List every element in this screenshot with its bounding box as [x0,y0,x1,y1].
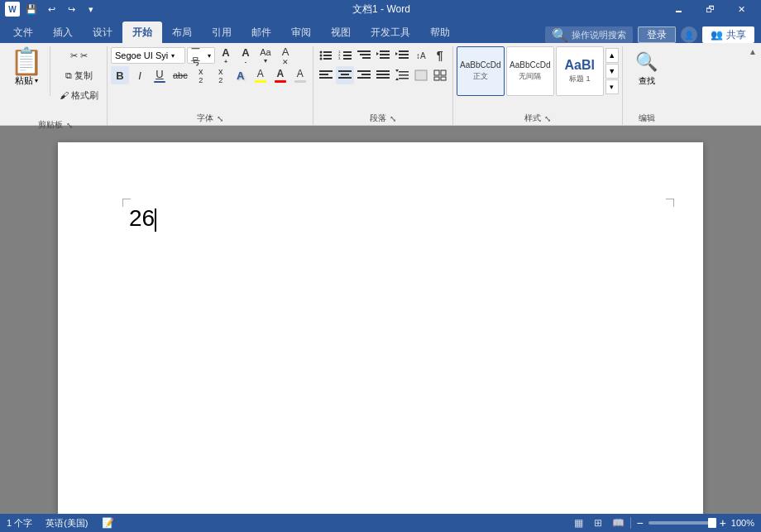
font-size-selector[interactable]: 一号 ▾ [187,47,215,64]
svg-rect-43 [434,77,439,80]
ribbon-collapse-button[interactable]: ▲ [746,45,759,58]
style-no-spacing[interactable]: AaBbCcDd 无间隔 [506,46,554,96]
show-formatting-button[interactable]: ¶ [431,46,449,65]
zoom-in-button[interactable]: + [720,516,726,530]
status-bar: 1 个字 英语(美国) 📝 ▦ ⊞ 📖 − + 100% [0,514,761,532]
tab-file[interactable]: 文件 [3,22,43,43]
svg-marker-38 [395,69,399,72]
view-web-button[interactable]: ⊞ [591,515,605,530]
view-read-button[interactable]: 📖 [610,515,625,530]
search-box[interactable]: 🔍 操作说明搜索 [545,26,633,43]
style-scroll-up[interactable]: ▲ [605,48,619,63]
document-page[interactable]: 26 [58,142,703,514]
style-normal[interactable]: AaBbCcDd 正文 [457,46,505,96]
increase-indent-button[interactable] [393,46,411,65]
svg-rect-3 [323,51,332,53]
align-left-button[interactable] [317,66,335,84]
tab-insert[interactable]: 插入 [43,22,83,43]
format-painter-button[interactable]: 🖌 格式刷 [54,86,103,104]
font-size-value: 一号 [191,43,208,68]
cut-button[interactable]: ✂ ✂ [54,46,103,65]
svg-rect-17 [380,57,390,59]
status-separator [630,517,631,529]
minimize-button[interactable]: 🗕 [663,0,693,18]
bullets-icon [319,50,333,61]
copy-button[interactable]: ⧉ 复制 [54,66,103,84]
decrease-indent-icon [376,50,390,61]
italic-button[interactable]: I [131,66,149,84]
grow-font-button[interactable]: A+ [217,46,235,65]
tab-help[interactable]: 帮助 [420,22,460,43]
tab-layout[interactable]: 布局 [162,22,202,43]
style-no-spacing-preview: AaBbCcDd [510,60,550,69]
style-scroll-down[interactable]: ▼ [605,64,619,79]
shrink-font-button[interactable]: A- [237,46,255,65]
char-shading-button[interactable]: A [291,66,309,84]
tab-home[interactable]: 开始 [122,22,162,43]
change-case-button[interactable]: Aa▾ [256,46,275,65]
align-center-button[interactable] [336,66,354,84]
shading-button[interactable] [412,66,430,84]
numbering-icon: 1. 2. 3. [338,50,352,61]
strikethrough-button[interactable]: abc [170,66,190,84]
document-content[interactable]: 26 [129,205,156,232]
zoom-thumb [708,518,716,528]
multilevel-button[interactable] [355,46,373,65]
clear-formatting-button[interactable]: A✕ [276,46,294,65]
svg-rect-24 [319,74,328,75]
view-print-button[interactable]: ▦ [571,515,586,530]
tab-design[interactable]: 设计 [83,22,122,43]
justify-button[interactable] [374,66,392,84]
para-section: 1. 2. 3. [317,46,449,84]
format-painter-icon: 🖌 [60,90,69,100]
clipboard-expand-icon[interactable]: ⤡ [66,121,73,130]
underline-button[interactable]: U [151,66,169,84]
styles-expand-icon[interactable]: ⤡ [544,114,551,123]
text-effects-button[interactable]: A [232,66,250,84]
undo-qat-button[interactable]: ↩ [43,1,60,17]
borders-button[interactable] [431,66,449,84]
svg-rect-29 [357,70,371,72]
save-qat-button[interactable]: 💾 [23,1,40,17]
paragraph-expand-icon[interactable]: ⤡ [390,114,396,123]
close-button[interactable]: ✕ [726,0,756,18]
track-changes-icon[interactable]: 📝 [102,517,114,529]
tab-references[interactable]: 引用 [202,22,242,43]
document-title: 文档1 - Word [99,2,663,17]
share-button[interactable]: 👥 共享 [702,26,754,43]
customize-qat-button[interactable]: ▾ [83,1,99,17]
find-button[interactable]: 🔍 查找 [626,46,668,92]
subscript-button[interactable]: x2 [192,66,210,84]
restore-button[interactable]: 🗗 [695,0,725,18]
zoom-out-button[interactable]: − [636,516,643,530]
superscript-button[interactable]: x2 [212,66,230,84]
decrease-indent-button[interactable] [374,46,392,65]
font-name-selector[interactable]: Segoe UI Syi ▾ [111,47,185,64]
numbering-button[interactable]: 1. 2. 3. [336,46,354,65]
font-color-button[interactable]: A [271,66,290,84]
font-name-arrow: ▾ [171,52,175,60]
tab-review[interactable]: 审阅 [281,22,321,43]
line-spacing-button[interactable] [393,66,411,84]
redo-qat-button[interactable]: ↪ [63,1,79,17]
tab-mailings[interactable]: 邮件 [242,22,281,43]
svg-rect-31 [357,77,371,79]
text-highlight-button[interactable]: A [251,66,270,84]
account-icon[interactable]: 👤 [681,26,697,43]
sort-button[interactable]: ↕A [412,46,430,65]
zoom-slider[interactable] [649,521,715,525]
style-more-button[interactable]: ▾ [605,79,619,94]
bold-button[interactable]: B [111,66,129,84]
increase-indent-icon [395,50,409,61]
font-expand-icon[interactable]: ⤡ [217,114,223,123]
bullets-button[interactable] [317,46,335,65]
tab-developer[interactable]: 开发工具 [361,22,420,43]
tab-view[interactable]: 视图 [321,22,361,43]
align-right-button[interactable] [355,66,373,84]
style-heading1[interactable]: AaBl 标题 1 [556,46,604,96]
word-icon: W [5,2,20,17]
document-area[interactable]: 26 [0,126,761,514]
paste-button[interactable]: 📋 粘贴 ▾ [7,46,46,89]
login-button[interactable]: 登录 [638,26,676,43]
style-heading1-label: 标题 1 [569,74,591,84]
